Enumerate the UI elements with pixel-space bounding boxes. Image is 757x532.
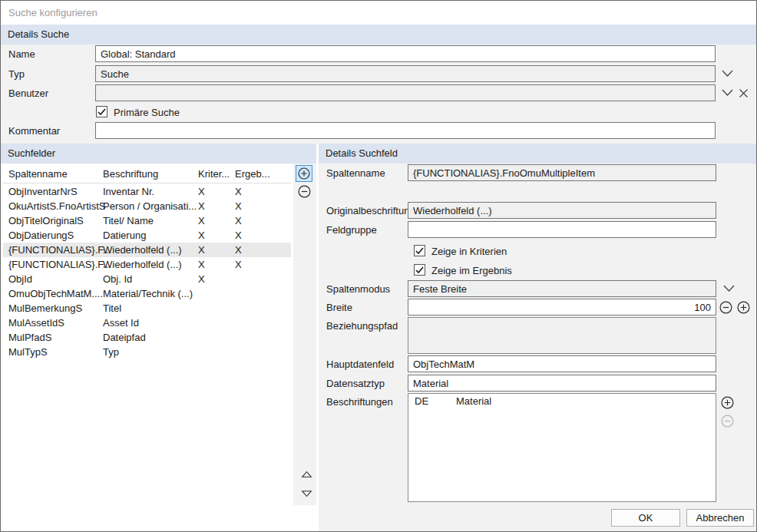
name-input[interactable] — [95, 45, 716, 62]
table-cell: Inventar Nr. — [103, 184, 154, 199]
zeige-im-ergebnis-checkbox[interactable] — [414, 264, 425, 276]
move-up-button[interactable] — [301, 471, 312, 478]
table-cell: X — [235, 257, 242, 272]
column-header-beschriftung[interactable]: Beschriftung — [103, 168, 158, 180]
ok-button[interactable]: OK — [611, 509, 680, 527]
beziehungspfad-field[interactable] — [408, 317, 716, 354]
table-cell: {FUNCTIONALIAS}.F... — [8, 243, 111, 257]
minus-circle-icon — [719, 301, 732, 314]
table-cell: X — [198, 243, 205, 257]
table-row[interactable]: ObjDatierungSDatierungXX — [3, 228, 291, 243]
zeige-in-kriterien-checkbox[interactable] — [414, 245, 425, 256]
beschriftung-text: Material — [456, 394, 491, 408]
zeige-im-ergebnis-label: Zeige im Ergebnis — [431, 265, 512, 276]
table-row[interactable]: MulTypSTyp — [3, 345, 291, 359]
table-cell: Dateipfad — [103, 330, 146, 345]
benutzer-dropdown-chevron-down-icon[interactable] — [721, 88, 734, 97]
kommentar-input[interactable] — [95, 122, 716, 139]
table-cell: X — [198, 257, 205, 272]
table-cell: Asset Id — [103, 316, 139, 330]
typ-input[interactable] — [95, 65, 716, 82]
cancel-button[interactable]: Abbrechen — [686, 509, 754, 527]
beschriftungen-remove-button[interactable] — [721, 415, 734, 428]
table-row[interactable]: MulBemerkungSTitel — [3, 301, 291, 316]
kommentar-label: Kommentar — [8, 125, 60, 137]
table-cell: Datierung — [103, 228, 146, 243]
beschriftungen-label: Beschriftungen — [326, 396, 393, 408]
table-row[interactable]: OkuArtistS.FnoArtistSPerson / Organisati… — [3, 199, 291, 213]
table-cell: Wiederholfeld (...) — [103, 243, 182, 257]
column-header-ergebnis[interactable]: Ergeb... — [235, 168, 270, 180]
table-cell: MulAssetIdS — [8, 316, 64, 330]
triangle-up-icon — [301, 471, 312, 478]
originalbeschriftung-input[interactable] — [408, 202, 716, 219]
plus-circle-icon — [721, 396, 734, 409]
checkmark-icon — [98, 108, 106, 116]
originalbeschriftung-label: Originalbeschriftun — [326, 205, 409, 216]
table-header-divider — [3, 183, 291, 183]
table-row[interactable]: MulPfadSDateipfad — [3, 330, 291, 345]
table-cell: Person / Organisati... — [103, 199, 197, 213]
triangle-down-icon — [301, 490, 312, 497]
table-cell: OkuArtistS.FnoArtistS — [8, 199, 105, 213]
table-cell: MulPfadS — [8, 330, 51, 345]
table-cell: X — [235, 243, 242, 257]
benutzer-clear-x-icon[interactable] — [739, 88, 749, 98]
column-header-spaltenname[interactable]: Spaltenname — [8, 168, 68, 180]
table-cell: X — [198, 272, 205, 286]
table-cell: Wiederholfeld (...) — [103, 257, 182, 272]
zeige-in-kriterien-label: Zeige in Kriterien — [431, 246, 507, 257]
beschriftung-lang: DE — [415, 394, 428, 408]
table-cell: ObjDatierungS — [8, 228, 74, 243]
spaltenmodus-input[interactable] — [408, 280, 716, 297]
table-cell: ObjInventarNrS — [8, 184, 78, 199]
table-row[interactable]: ObjInventarNrSInventar Nr.XX — [3, 184, 291, 199]
breite-decrease-button[interactable] — [719, 301, 732, 314]
table-row[interactable]: ObjIdObj. IdX — [3, 272, 291, 286]
table-cell: Obj. Id — [103, 272, 132, 286]
benutzer-input[interactable] — [95, 84, 716, 101]
details-suchfeld-header: Details Suchfeld — [319, 144, 756, 164]
breite-input[interactable] — [408, 299, 716, 316]
table-cell: Material/Technik (...) — [103, 286, 193, 301]
hauptdatenfeld-label: Hauptdatenfeld — [326, 359, 394, 370]
suche-konfigurieren-dialog: Suche konfigurieren Details Suche Name T… — [0, 0, 757, 532]
spaltenname-input[interactable] — [408, 164, 716, 181]
typ-label: Typ — [8, 68, 25, 80]
table-cell: ObjId — [8, 272, 32, 286]
typ-dropdown-chevron-down-icon[interactable] — [721, 69, 734, 78]
table-row[interactable]: ObjTitelOriginalSTitel/ NameXX — [3, 213, 291, 228]
table-cell: X — [198, 213, 205, 228]
checkmark-icon — [415, 247, 424, 255]
table-row[interactable]: MulAssetIdSAsset Id — [3, 316, 291, 330]
suchfelder-toolbar — [293, 164, 316, 505]
table-row[interactable]: {FUNCTIONALIAS}.F...Wiederholfeld (...)X… — [3, 243, 291, 257]
beschriftungen-add-button[interactable] — [721, 396, 734, 409]
table-cell: {FUNCTIONALIAS}.F... — [8, 257, 111, 272]
datensatztyp-input[interactable] — [408, 375, 716, 392]
table-cell: MulTypS — [8, 345, 48, 359]
primaere-suche-checkbox[interactable] — [96, 106, 107, 117]
suchfelder-header: Suchfelder — [1, 144, 316, 164]
move-down-button[interactable] — [301, 490, 312, 497]
hauptdatenfeld-input[interactable] — [408, 355, 716, 372]
add-suchfeld-button[interactable] — [296, 165, 312, 182]
table-row[interactable]: OmuObjTechMatM....Material/Technik (...) — [3, 286, 291, 301]
remove-suchfeld-button[interactable] — [298, 185, 311, 198]
spaltenmodus-dropdown-chevron-down-icon[interactable] — [722, 284, 736, 293]
table-cell: X — [235, 213, 242, 228]
table-cell: ObjTitelOriginalS — [8, 213, 84, 228]
list-item[interactable]: DEMaterial — [408, 394, 716, 408]
column-header-kriterien[interactable]: Kriter... — [198, 168, 230, 180]
benutzer-label: Benutzer — [8, 88, 48, 99]
suchfelder-rows: ObjInventarNrSInventar Nr.XXOkuArtistS.F… — [3, 184, 291, 359]
table-cell: Titel/ Name — [103, 213, 154, 228]
breite-increase-button[interactable] — [737, 301, 750, 314]
table-row[interactable]: {FUNCTIONALIAS}.F...Wiederholfeld (...)X… — [3, 257, 291, 272]
table-cell: X — [235, 184, 242, 199]
beziehungspfad-label: Beziehungspfad — [326, 320, 398, 332]
feldgruppe-input[interactable] — [408, 221, 716, 238]
spaltenname-label: Spaltenname — [326, 167, 385, 179]
beschriftungen-list[interactable]: DEMaterial — [408, 393, 716, 502]
table-cell: X — [235, 228, 242, 243]
